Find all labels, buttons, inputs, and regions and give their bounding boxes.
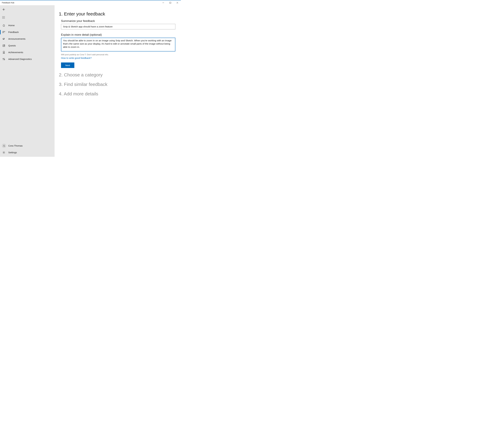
quests-icon (2, 44, 5, 47)
step3-title: 3. Find similar feedback (59, 82, 175, 87)
step1-title: 1. Enter your feedback (59, 11, 175, 17)
summary-input[interactable] (61, 24, 175, 30)
detail-label: Explain in more detail (optional) (61, 33, 175, 36)
user-icon (3, 145, 5, 147)
close-icon (177, 2, 178, 3)
step2-title: 2. Choose a category (59, 72, 175, 78)
menu-toggle-button[interactable] (0, 14, 55, 21)
achievements-icon (2, 51, 5, 54)
sidebar-item-user[interactable]: Cora Thomas (0, 142, 55, 149)
window-title: Feedback Hub (2, 2, 14, 4)
svg-point-4 (3, 51, 5, 53)
publish-hint: Will post publicly as Cora T. Don't add … (59, 53, 175, 56)
detail-textarea[interactable] (61, 38, 175, 51)
sidebar-item-label: Home (8, 24, 15, 27)
user-name: Cora Thomas (8, 144, 23, 147)
svg-point-8 (3, 152, 4, 153)
close-button[interactable] (174, 0, 181, 5)
diagnostics-icon (2, 58, 5, 60)
back-button[interactable] (0, 6, 55, 13)
home-icon (2, 24, 5, 27)
main-content: 1. Enter your feedback Summarize your fe… (55, 5, 181, 157)
svg-point-1 (3, 31, 3, 32)
megaphone-icon (2, 38, 5, 40)
maximize-icon (170, 2, 171, 3)
sidebar-item-label: Advanced Diagnostics (8, 58, 32, 60)
arrow-left-icon (2, 8, 5, 11)
sidebar-item-label: Achievements (8, 51, 23, 54)
svg-point-5 (3, 58, 3, 59)
minimize-icon (163, 2, 164, 3)
sidebar-item-announcements[interactable]: Announcements (0, 36, 55, 42)
svg-rect-0 (170, 2, 171, 3)
sidebar-item-achievements[interactable]: Achievements (0, 49, 55, 56)
sidebar-item-quests[interactable]: Quests (0, 42, 55, 49)
sidebar-item-advanced-diagnostics[interactable]: Advanced Diagnostics (0, 56, 55, 62)
sidebar-item-settings[interactable]: Settings (0, 149, 55, 156)
svg-point-6 (4, 59, 5, 60)
step4-title: 4. Add more details (59, 91, 175, 97)
sidebar: Home Feedback Announcements Quests Achie… (0, 5, 55, 157)
titlebar: Feedback Hub (0, 0, 181, 5)
sidebar-item-home[interactable]: Home (0, 22, 55, 29)
next-button[interactable]: Next (61, 62, 74, 68)
feedback-icon (2, 31, 5, 34)
svg-point-7 (3, 145, 4, 146)
gear-icon (2, 151, 5, 154)
hamburger-icon (2, 16, 5, 19)
minimize-button[interactable] (160, 0, 167, 5)
maximize-button[interactable] (167, 0, 174, 5)
avatar (2, 144, 6, 148)
sidebar-item-label: Announcements (8, 38, 25, 40)
svg-point-3 (4, 45, 4, 45)
sidebar-item-feedback[interactable]: Feedback (0, 29, 55, 36)
sidebar-item-label: Quests (8, 44, 16, 47)
sidebar-item-label: Feedback (8, 31, 19, 34)
summary-label: Summarize your feedback (61, 19, 175, 23)
help-link[interactable]: How to write good feedback? (61, 57, 92, 60)
sidebar-item-label: Settings (8, 151, 17, 154)
